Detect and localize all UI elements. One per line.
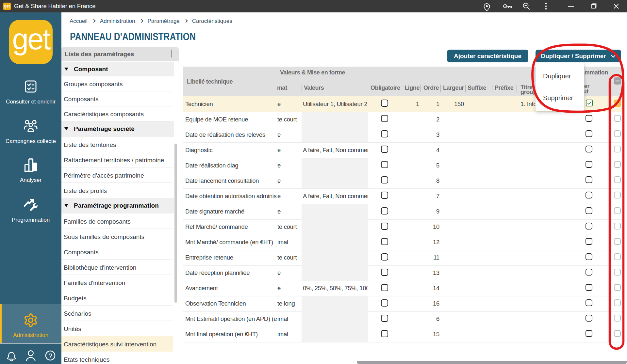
svg-text:?: ? [48,352,52,359]
